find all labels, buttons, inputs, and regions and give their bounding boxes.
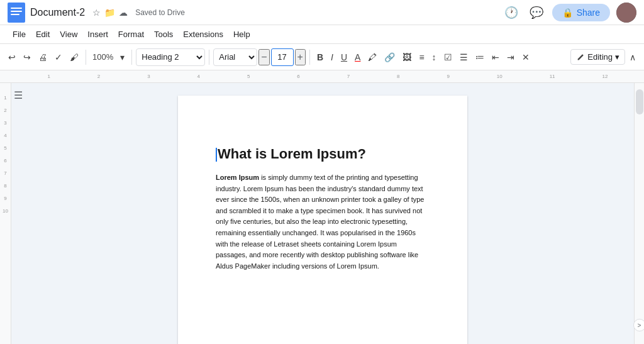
- editing-dropdown-chevron: ▾: [615, 52, 619, 62]
- ruler-mark: 5: [247, 74, 250, 79]
- menu-tools[interactable]: Tools: [149, 27, 178, 42]
- star-icon[interactable]: ☆: [92, 8, 101, 18]
- main-area: 12345678910 ☰ What is Lorem Ipsum? Lorem…: [0, 83, 644, 344]
- document-scroll-area[interactable]: What is Lorem Ipsum? Lorem Ipsum is simp…: [11, 83, 634, 344]
- saved-status: Saved to Drive: [135, 8, 185, 17]
- svg-rect-2: [11, 11, 22, 12]
- document-title[interactable]: Document-2: [30, 7, 85, 18]
- spell-check-button[interactable]: ✓: [52, 50, 65, 65]
- folder-icon[interactable]: 📁: [104, 8, 115, 18]
- title-bar: Document-2 ☆ 📁 ☁ Saved to Drive 🕐 💬 🔒 Sh…: [0, 0, 644, 25]
- toolbar: ↩ ↪ 🖨 ✓ 🖌 100% ▾ Heading 2 Arial − 17 + …: [0, 44, 644, 70]
- menu-edit[interactable]: Edit: [31, 27, 55, 42]
- ruler-bar: 1 2 3 4 5 6 7 8 9 10 11 12: [11, 70, 644, 82]
- outline-toggle-button[interactable]: ☰: [14, 89, 23, 101]
- document-body[interactable]: Lorem Ipsum is simply dummy text of the …: [216, 172, 430, 272]
- ruler-mark: 10: [497, 74, 502, 79]
- redo-button[interactable]: ↪: [20, 50, 34, 65]
- align-button[interactable]: ≡: [416, 50, 427, 65]
- svg-rect-3: [11, 14, 19, 15]
- font-select[interactable]: Arial: [213, 48, 257, 66]
- docs-logo-icon: [8, 3, 25, 23]
- avatar-image: [616, 3, 636, 23]
- increase-indent-button[interactable]: ⇥: [504, 50, 518, 65]
- bold-button[interactable]: B: [314, 50, 326, 65]
- menu-insert[interactable]: Insert: [82, 27, 113, 42]
- menu-help[interactable]: Help: [228, 27, 255, 42]
- more-options-button[interactable]: ∧: [626, 50, 639, 65]
- share-button[interactable]: 🔒 Share: [552, 4, 610, 21]
- ruler-mark: 3: [147, 74, 150, 79]
- ruler-mark: 8: [397, 74, 399, 79]
- ruler-mark: 9: [447, 74, 449, 79]
- cloud-icon[interactable]: ☁: [119, 8, 128, 18]
- side-ruler-marks: 12345678910: [3, 92, 8, 218]
- print-button[interactable]: 🖨: [35, 50, 50, 65]
- separator-4: [309, 50, 310, 65]
- document-page: What is Lorem Ipsum? Lorem Ipsum is simp…: [178, 96, 467, 344]
- vertical-ruler: 12345678910: [0, 83, 11, 344]
- checklist-button[interactable]: ☑: [441, 50, 455, 65]
- editing-label: Editing: [587, 52, 613, 62]
- bullet-list-button[interactable]: ☰: [457, 50, 471, 65]
- expand-button[interactable]: >: [633, 319, 645, 331]
- paint-format-button[interactable]: 🖌: [67, 50, 82, 65]
- separator-3: [209, 50, 209, 65]
- separator-2: [131, 50, 132, 65]
- text-cursor: [216, 148, 217, 162]
- ruler-mark: 12: [602, 74, 608, 79]
- svg-rect-1: [11, 8, 22, 9]
- body-bold-text: Lorem Ipsum: [216, 174, 259, 181]
- share-label: Share: [577, 8, 600, 18]
- decrease-indent-button[interactable]: ⇤: [489, 50, 502, 65]
- ruler-corner: [0, 70, 11, 82]
- menu-view[interactable]: View: [55, 27, 82, 42]
- lock-icon: 🔒: [562, 8, 573, 18]
- svg-rect-0: [8, 3, 25, 23]
- history-button[interactable]: 🕐: [502, 3, 521, 22]
- header-right: 🕐 💬 🔒 Share: [502, 3, 636, 23]
- scrollbar-handle[interactable]: [636, 89, 643, 114]
- ruler-mark: 11: [550, 74, 555, 79]
- menu-format[interactable]: Format: [113, 27, 149, 42]
- menu-extensions[interactable]: Extensions: [178, 27, 228, 42]
- document-heading[interactable]: What is Lorem Ipsum?: [216, 146, 430, 162]
- right-panel: >: [634, 83, 644, 344]
- pencil-icon: [576, 53, 585, 62]
- ruler-mark: 6: [297, 74, 299, 79]
- zoom-level: 100%: [90, 52, 116, 62]
- line-spacing-button[interactable]: ↕: [429, 50, 440, 65]
- ruler-mark: 7: [347, 74, 350, 79]
- clear-formatting-button[interactable]: ✕: [519, 50, 533, 65]
- ruler-mark: 1: [47, 74, 50, 79]
- numbered-list-button[interactable]: ≔: [472, 50, 487, 65]
- underline-button[interactable]: U: [338, 50, 350, 65]
- insert-image-button[interactable]: 🖼: [399, 50, 414, 65]
- paragraph-style-select[interactable]: Heading 2: [136, 48, 205, 66]
- text-color-button[interactable]: A: [352, 50, 364, 65]
- highlight-button[interactable]: 🖍: [365, 50, 380, 65]
- avatar[interactable]: [616, 3, 636, 23]
- menu-bar: File Edit View Insert Format Tools Exten…: [0, 25, 644, 44]
- editing-mode-button[interactable]: Editing ▾: [570, 49, 625, 65]
- ruler-mark: 4: [197, 74, 200, 79]
- title-action-icons: ☆ 📁 ☁: [92, 8, 128, 18]
- ruler-mark: 2: [97, 74, 100, 79]
- body-text: is simply dummy text of the printing and…: [216, 174, 424, 270]
- font-size-value: 17: [277, 52, 286, 62]
- horizontal-ruler: 1 2 3 4 5 6 7 8 9 10 11 12: [0, 70, 644, 83]
- menu-file[interactable]: File: [8, 27, 31, 42]
- italic-button[interactable]: I: [328, 50, 336, 65]
- font-size-box[interactable]: 17: [271, 48, 294, 66]
- separator-1: [86, 50, 86, 65]
- undo-button[interactable]: ↩: [5, 50, 19, 65]
- zoom-dropdown-button[interactable]: ▾: [117, 50, 128, 65]
- comments-button[interactable]: 💬: [527, 3, 546, 22]
- font-size-increase-button[interactable]: +: [295, 49, 306, 65]
- link-button[interactable]: 🔗: [381, 50, 398, 65]
- font-size-decrease-button[interactable]: −: [258, 49, 269, 65]
